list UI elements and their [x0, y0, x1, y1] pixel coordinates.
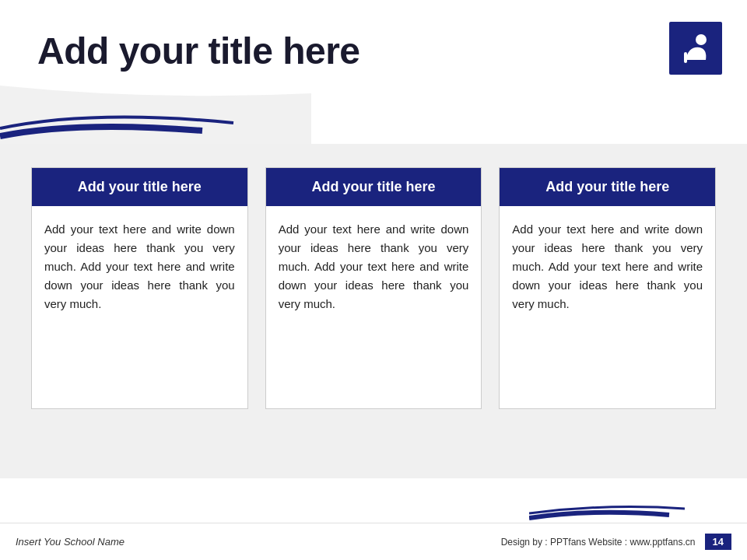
- column-3: Add your title here Add your text here a…: [499, 167, 716, 409]
- columns-container: Add your title here Add your text here a…: [31, 167, 716, 409]
- logo-box: [669, 22, 722, 75]
- footer-right: Design by : PPTfans Website : www.pptfan…: [501, 534, 731, 550]
- column-2-body: Add your text here and write down your i…: [266, 206, 482, 408]
- school-name: Insert You School Name: [16, 536, 124, 548]
- column-1: Add your title here Add your text here a…: [31, 167, 248, 409]
- column-1-body: Add your text here and write down your i…: [32, 206, 247, 408]
- svg-point-0: [696, 34, 707, 45]
- column-3-header: Add your title here: [500, 168, 715, 206]
- column-2-header: Add your title here: [266, 168, 482, 206]
- column-3-body: Add your text here and write down your i…: [500, 206, 715, 408]
- credit-text: Design by : PPTfans Website : www.pptfan…: [501, 537, 696, 548]
- column-2: Add your title here Add your text here a…: [265, 167, 482, 409]
- logo-icon: [678, 30, 714, 66]
- column-1-header-text: Add your title here: [78, 179, 202, 194]
- footer: Insert You School Name Design by : PPTfa…: [0, 523, 747, 560]
- bottom-decorative-lines: [529, 499, 685, 523]
- page-number: 14: [705, 534, 731, 550]
- svg-rect-1: [684, 52, 687, 63]
- slide: Add your title here: [0, 0, 747, 560]
- decorative-lines-top: [0, 86, 311, 144]
- column-1-header: Add your title here: [32, 168, 247, 206]
- main-title[interactable]: Add your title here: [37, 30, 360, 72]
- logo-area: [669, 22, 722, 75]
- column-3-body-text[interactable]: Add your text here and write down your i…: [512, 220, 703, 313]
- column-2-header-text: Add your title here: [311, 179, 435, 194]
- column-3-header-text: Add your title here: [545, 179, 669, 194]
- column-2-body-text[interactable]: Add your text here and write down your i…: [279, 220, 469, 313]
- column-1-body-text[interactable]: Add your text here and write down your i…: [44, 220, 235, 313]
- header-area: Add your title here: [0, 0, 747, 144]
